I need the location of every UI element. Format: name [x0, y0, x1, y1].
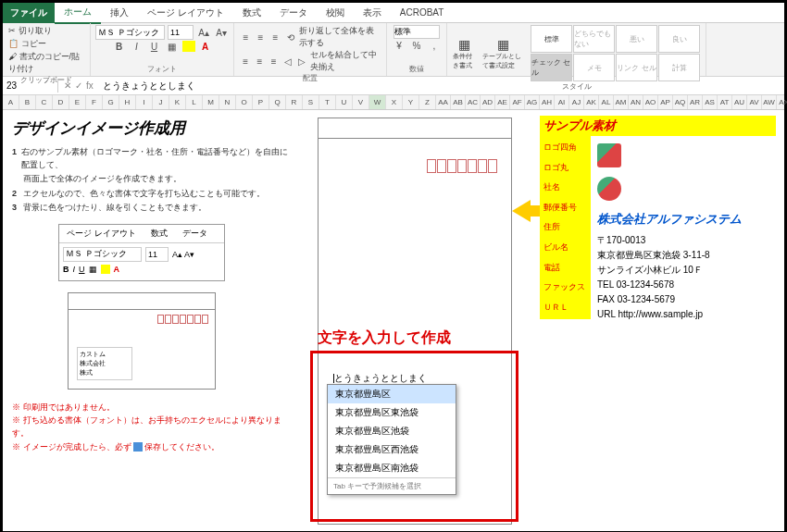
ime-candidate-1[interactable]: 東京都豊島区: [328, 385, 456, 403]
style-bad[interactable]: 悪い: [616, 25, 657, 53]
ime-hint: Tab キーで予測候補を選択: [328, 477, 456, 494]
style-neutral[interactable]: どちらでもない: [573, 25, 615, 53]
bold-button[interactable]: B: [112, 40, 127, 53]
sample-env-line2: 株式会社: [80, 359, 130, 368]
align-center-icon[interactable]: ≡: [254, 55, 265, 68]
clipboard-group: ✂ 切り取り 📋 コピー 🖌 書式のコピー/貼り付け クリップボード: [3, 23, 91, 76]
tab-acrobat[interactable]: ACROBAT: [391, 4, 454, 21]
indent-dec-icon[interactable]: ◁: [282, 55, 294, 68]
formula-bar: 23 ✕ ✓ fx とうきょうととしまく: [3, 77, 784, 95]
align-top-icon[interactable]: ≡: [240, 31, 252, 43]
instr-2: エクセルなので、色々な書体で文字を打ち込むことも可能です。: [23, 188, 265, 201]
telephone[interactable]: TEL 03-1234-5678: [597, 278, 776, 292]
cut-button[interactable]: ✂ 切り取り: [8, 25, 52, 37]
align-right-icon[interactable]: ≡: [269, 55, 280, 68]
cancel-icon[interactable]: ✕: [64, 80, 71, 91]
merge-button[interactable]: セルを結合して中央揃え: [310, 49, 381, 73]
align-left-icon[interactable]: ≡: [240, 55, 251, 68]
ime-candidate-4[interactable]: 東京都豊島区西池袋: [328, 440, 456, 459]
tab-formula[interactable]: 数式: [233, 3, 270, 23]
decrease-font-icon[interactable]: A▾: [214, 26, 229, 39]
copy-button[interactable]: 📋 コピー: [8, 38, 46, 50]
ime-candidate-2[interactable]: 東京都豊島区東池袋: [328, 403, 456, 422]
font-label: フォント: [147, 64, 177, 74]
tab-view[interactable]: 表示: [354, 3, 391, 23]
align-mid-icon[interactable]: ≡: [255, 31, 267, 43]
sample-tab-2: 数式: [144, 225, 175, 242]
label-logo-rd: ロゴ丸: [543, 158, 587, 179]
postal-code[interactable]: 〒170-0013: [597, 233, 776, 248]
url[interactable]: URL http://www.sample.jp: [597, 307, 776, 322]
tab-home[interactable]: ホーム: [55, 2, 101, 24]
tab-pagelayout[interactable]: ページ レイアウト: [138, 3, 233, 23]
italic-button[interactable]: I: [130, 40, 144, 53]
label-tel: 電話: [543, 258, 587, 278]
sample-env-line1: カストム: [80, 350, 130, 359]
style-good[interactable]: 良い: [658, 25, 700, 53]
underline-button[interactable]: U: [147, 40, 162, 53]
fill-color-button[interactable]: [182, 41, 195, 52]
style-normal[interactable]: 標準: [531, 25, 572, 53]
enter-icon[interactable]: ✓: [75, 80, 82, 91]
font-size-select[interactable]: [168, 25, 194, 40]
table-format-icon[interactable]: ▦: [497, 37, 509, 52]
cond-format-icon[interactable]: ▦: [458, 37, 470, 52]
percent-icon[interactable]: %: [409, 39, 424, 52]
ime-candidate-5[interactable]: 東京都豊島区南池袋: [328, 459, 456, 477]
align-bot-icon[interactable]: ≡: [269, 31, 281, 43]
sample-font-size: [145, 247, 169, 262]
number-label: 数値: [409, 64, 424, 74]
label-logo-sq: ロゴ四角: [543, 138, 587, 158]
instructions-panel: デザインイメージ作成用 1右のサンプル素材（ロゴマーク・社名・住所・電話番号など…: [12, 118, 290, 453]
label-company: 社名: [543, 178, 587, 198]
border-button[interactable]: ▦: [165, 40, 180, 53]
save-icon: [133, 442, 143, 452]
input-banner: 文字を入力して作成: [318, 328, 451, 348]
sample-envelope-image: カストム 株式会社 株式: [68, 292, 216, 390]
instr-1: 右のサンプル素材（ロゴマーク・社名・住所・電話番号など）を自由に配置して、: [21, 146, 290, 171]
wrap-button[interactable]: 折り返して全体を表示する: [299, 25, 381, 49]
label-addr: 住所: [543, 217, 587, 238]
name-box[interactable]: 23: [3, 79, 58, 93]
column-headers[interactable]: ABCDEFGHIJKLMNOPQRSTUVWXYZAAABACADAEAFAG…: [3, 95, 784, 110]
worksheet[interactable]: デザインイメージ作成用 1右のサンプル素材（ロゴマーク・社名・住所・電話番号など…: [3, 110, 784, 531]
note-2: ※ 打ち込める書体（フォント）は、お手持ちのエクセルにより異なります。: [12, 414, 290, 440]
sample-header: サンプル素材: [540, 116, 776, 136]
note-1: ※ 印刷用ではありません。: [12, 401, 290, 414]
tab-data[interactable]: データ: [270, 3, 317, 23]
currency-icon[interactable]: ¥: [392, 39, 406, 52]
font-color-button[interactable]: A: [198, 40, 213, 53]
number-format-select[interactable]: [394, 25, 440, 39]
comma-icon[interactable]: ,: [427, 39, 442, 52]
envelope-flap: [319, 118, 511, 139]
label-bldg: ビル名: [543, 238, 587, 258]
orient-icon[interactable]: ⟲: [284, 31, 296, 43]
ime-candidate-list[interactable]: 東京都豊島区 東京都豊島区東池袋 東京都豊島区池袋 東京都豊島区西池袋 東京都豊…: [327, 384, 456, 495]
address[interactable]: 東京都豊島区東池袋 3-11-8: [597, 248, 776, 263]
logo-round[interactable]: [597, 177, 621, 201]
fx-icon[interactable]: fx: [86, 80, 94, 91]
instr-3: 背景に色をつけたり、線を引くこともできます。: [23, 202, 206, 215]
label-postal: 郵便番号: [543, 198, 587, 218]
cond-format-label: 条件付き書式: [453, 52, 476, 70]
building[interactable]: サンライズ小林ビル 10Ｆ: [597, 263, 776, 278]
ime-candidate-3[interactable]: 東京都豊島区池袋: [328, 422, 456, 440]
sample-env-line3: 株式: [80, 368, 130, 377]
formula-input[interactable]: とうきょうととしまく: [99, 78, 784, 94]
ribbon: ✂ 切り取り 📋 コピー 🖌 書式のコピー/貼り付け クリップボード A▴ A▾…: [3, 23, 784, 77]
fax[interactable]: FAX 03-1234-5679: [597, 292, 776, 307]
increase-font-icon[interactable]: A▴: [196, 26, 211, 39]
tab-review[interactable]: 校閲: [317, 3, 354, 23]
number-group: ¥ % , 数値: [387, 23, 447, 76]
tab-file[interactable]: ファイル: [3, 3, 55, 23]
note-3: ※ イメージが完成したら、必ず保存してください。: [12, 440, 290, 453]
company-name[interactable]: 株式会社アルファシステム: [597, 210, 776, 229]
font-name-select[interactable]: [95, 25, 165, 40]
style-group: ▦ 条件付き書式 ▦ テーブルとして書式設定 標準 どちらでもない 悪い 良い …: [447, 23, 706, 76]
formatpaint-button[interactable]: 🖌 書式のコピー/貼り付け: [8, 51, 84, 75]
label-url: ＵＲＬ: [543, 298, 587, 318]
indent-inc-icon[interactable]: ▷: [296, 55, 307, 68]
logo-square[interactable]: [597, 143, 621, 167]
tab-insert[interactable]: 挿入: [101, 3, 138, 23]
table-format-label: テーブルとして書式設定: [482, 52, 524, 70]
